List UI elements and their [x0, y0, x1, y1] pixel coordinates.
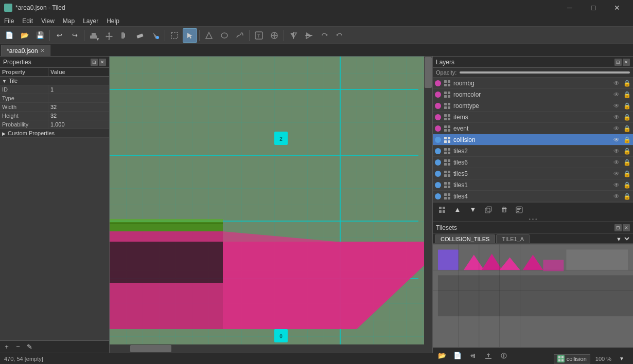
canvas-area[interactable]: 2 0: [110, 57, 432, 353]
layer-lock-tiles2[interactable]: 🔒: [623, 147, 631, 155]
tileset-tab-tile1a[interactable]: TILE1_A: [496, 234, 530, 243]
save-file-button[interactable]: 💾: [33, 28, 47, 43]
custom-props-header[interactable]: Custom Properties: [0, 129, 109, 138]
fill-tool-button[interactable]: [148, 28, 163, 43]
layer-row-tiles2[interactable]: tiles2 👁 🔒: [433, 145, 633, 157]
layer-row-collision[interactable]: collision 👁 🔒: [433, 134, 633, 145]
freeform-tool-button[interactable]: [233, 28, 247, 43]
embed-tileset-button[interactable]: [466, 349, 480, 363]
add-tileset-button[interactable]: 📂: [435, 349, 449, 363]
move-tool-button[interactable]: [102, 28, 116, 43]
add-property-button[interactable]: +: [2, 342, 11, 352]
move-layer-down-button[interactable]: ▼: [466, 203, 480, 217]
insert-tile-button[interactable]: T: [252, 28, 266, 43]
flip-v-button[interactable]: [302, 28, 316, 43]
layer-lock-tiles6[interactable]: 🔒: [623, 158, 631, 167]
layer-lock-roomcolor[interactable]: 🔒: [623, 90, 631, 99]
tileset-properties-button[interactable]: [497, 349, 511, 363]
layer-lock-tiles1[interactable]: 🔒: [623, 181, 631, 189]
polygon-tool-button[interactable]: [202, 28, 216, 43]
stamp-tool-button[interactable]: ▼: [86, 28, 101, 43]
edit-property-button[interactable]: ✎: [25, 342, 34, 352]
layers-close-button[interactable]: ✕: [623, 59, 630, 66]
eraser-tool-button[interactable]: [133, 28, 147, 43]
open-file-button[interactable]: 📂: [17, 28, 32, 43]
tilesets-close-button[interactable]: ✕: [623, 224, 630, 231]
properties-undock-button[interactable]: ⊡: [91, 59, 98, 66]
canvas-scrollbar-horizontal[interactable]: [110, 344, 424, 353]
layer-eye-tiles1[interactable]: 👁: [612, 181, 621, 189]
canvas-scrollbar-vertical[interactable]: [424, 57, 432, 344]
tilesets-dropdown[interactable]: ▼: [613, 234, 631, 243]
layer-eye-event[interactable]: 👁: [612, 124, 621, 133]
canvas-scroll-thumb-h[interactable]: [130, 345, 171, 352]
layer-row-roombg[interactable]: roombg 👁 🔒: [433, 78, 633, 89]
layer-eye-items[interactable]: 👁: [612, 113, 621, 121]
tileset-tab-collision[interactable]: COLLISION_TILES: [435, 234, 495, 243]
layer-eye-collision[interactable]: 👁: [612, 136, 621, 144]
tileset-preview[interactable]: [433, 244, 633, 348]
menu-help[interactable]: Help: [102, 15, 124, 27]
layer-properties-button[interactable]: [512, 203, 526, 217]
layer-row-roomcolor[interactable]: roomcolor 👁 🔒: [433, 89, 633, 100]
minimize-button[interactable]: ─: [558, 0, 582, 15]
new-tileset-button[interactable]: 📄: [450, 349, 465, 363]
layer-row-event[interactable]: event 👁 🔒: [433, 123, 633, 134]
layer-lock-roomtype[interactable]: 🔒: [623, 102, 631, 110]
zoom-dropdown-button[interactable]: ▼: [614, 352, 629, 365]
tab-area0[interactable]: *area0.json ✕: [1, 45, 50, 56]
layer-eye-tiles6[interactable]: 👁: [612, 158, 621, 167]
layer-row-tiles1[interactable]: tiles1 👁 🔒: [433, 179, 633, 191]
redo-button[interactable]: ↪: [67, 28, 82, 43]
menu-view[interactable]: View: [37, 15, 59, 27]
menu-edit[interactable]: Edit: [18, 15, 37, 27]
layer-row-tiles4[interactable]: tiles4 👁 🔒: [433, 191, 633, 202]
layer-row-tiles6[interactable]: tiles6 👁 🔒: [433, 157, 633, 168]
properties-close-button[interactable]: ✕: [99, 59, 106, 66]
layer-eye-tiles5[interactable]: 👁: [612, 170, 621, 178]
maximize-button[interactable]: □: [582, 0, 605, 15]
canvas-scroll-thumb-v[interactable]: [425, 57, 432, 88]
layer-lock-tiles5[interactable]: 🔒: [623, 170, 631, 178]
layer-eye-roombg[interactable]: 👁: [612, 79, 621, 87]
layer-lock-tiles4[interactable]: 🔒: [623, 192, 631, 201]
layer-eye-roomtype[interactable]: 👁: [612, 102, 621, 110]
tile-section-header[interactable]: Tile: [0, 77, 109, 85]
ellipse-tool-button[interactable]: [217, 28, 232, 43]
layers-undock-button[interactable]: ⊡: [614, 59, 622, 66]
rotate-cw-button[interactable]: [317, 28, 331, 43]
undo-button[interactable]: ↩: [52, 28, 66, 43]
add-tileset-layer-button[interactable]: [435, 203, 449, 217]
menu-map[interactable]: Map: [59, 15, 79, 27]
export-tileset-button[interactable]: [481, 349, 496, 363]
tab-close-button[interactable]: ✕: [40, 47, 45, 54]
layer-eye-tiles2[interactable]: 👁: [612, 147, 621, 155]
layer-row-items[interactable]: items 👁 🔒: [433, 112, 633, 123]
rotate-ccw-button[interactable]: [332, 28, 347, 43]
move-layer-up-button[interactable]: ▲: [450, 203, 465, 217]
layer-lock-event[interactable]: 🔒: [623, 124, 631, 133]
world-tool-button[interactable]: [267, 28, 282, 43]
remove-property-button[interactable]: −: [13, 342, 23, 352]
remove-layer-button[interactable]: 🗑: [497, 203, 511, 217]
tilesets-undock-button[interactable]: ⊡: [614, 224, 622, 231]
menu-file[interactable]: File: [0, 15, 18, 27]
map-canvas[interactable]: 2 0: [110, 57, 424, 344]
layer-row-tiles5[interactable]: tiles5 👁 🔒: [433, 168, 633, 179]
layer-lock-items[interactable]: 🔒: [623, 113, 631, 121]
layer-lock-collision[interactable]: 🔒: [623, 136, 631, 144]
close-button[interactable]: ✕: [605, 0, 629, 15]
layer-lock-roombg[interactable]: 🔒: [623, 79, 631, 87]
paint-tool-button[interactable]: [117, 28, 132, 43]
layer-row-roomtype[interactable]: roomtype 👁 🔒: [433, 100, 633, 112]
rect-select-button[interactable]: [167, 28, 182, 43]
layer-eye-tiles4[interactable]: 👁: [612, 192, 621, 201]
svg-marker-2: [106, 32, 113, 40]
layer-eye-roomcolor[interactable]: 👁: [612, 90, 621, 99]
opacity-slider[interactable]: [460, 71, 630, 74]
duplicate-layer-button[interactable]: [481, 203, 496, 217]
object-select-button[interactable]: [183, 28, 197, 43]
new-file-button[interactable]: 📄: [2, 28, 16, 43]
menu-layer[interactable]: Layer: [79, 15, 102, 27]
flip-h-button[interactable]: [286, 28, 301, 43]
